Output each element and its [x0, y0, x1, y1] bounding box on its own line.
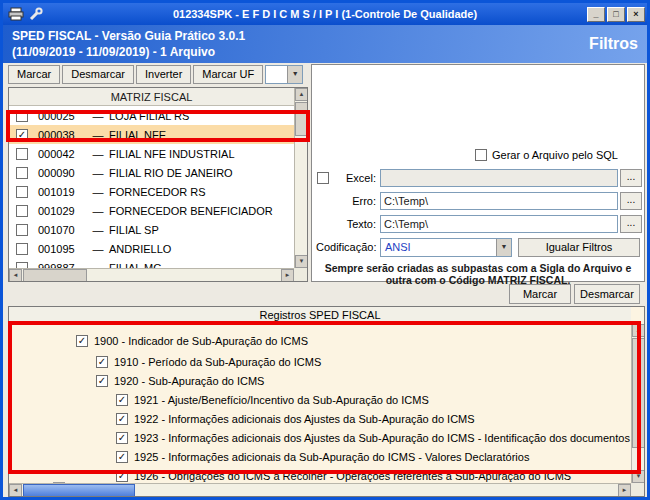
app-window: 012334SPK - E F D I C M S / I P I (1-Con…: [0, 0, 650, 500]
registros-horizontal-scrollbar[interactable]: ◄ ►: [9, 483, 631, 496]
printer-icon[interactable]: [8, 7, 24, 21]
list-item[interactable]: 001095—ANDRIELLO: [9, 239, 294, 258]
codificacao-value: ANSI: [385, 241, 411, 253]
row-separator: —: [90, 224, 106, 236]
row-code: 000038: [38, 129, 90, 141]
excel-browse-button[interactable]: ...: [620, 169, 642, 187]
scroll-up-icon[interactable]: ▲: [295, 88, 308, 101]
registros-header: Registros SPED FISCAL: [9, 307, 631, 324]
igualar-filtros-button[interactable]: Igualar Filtros: [518, 238, 640, 257]
list-item[interactable]: 000025—LOJA FILIAL RS: [9, 106, 294, 125]
list-item[interactable]: 999887—FILIAL MG: [9, 258, 294, 268]
tree-item[interactable]: ✓1920 - Sub-Apuração do ICMS: [96, 372, 264, 390]
scroll-right-icon[interactable]: ►: [618, 484, 631, 497]
row-name: FORNECEDOR BENEFICIADOR: [109, 205, 273, 217]
tree-checkbox[interactable]: ✓: [96, 375, 108, 387]
registros-vertical-scrollbar[interactable]: ▲ ▼: [631, 324, 644, 483]
scroll-down-icon[interactable]: ▼: [632, 470, 645, 483]
tree-checkbox[interactable]: ✓: [116, 432, 128, 444]
scroll-left-icon[interactable]: ◄: [9, 484, 22, 497]
matriz-horizontal-scrollbar[interactable]: ◄ ►: [9, 268, 294, 281]
row-name: FILIAL NFE: [109, 129, 166, 141]
marcar-button[interactable]: Marcar: [509, 284, 571, 304]
row-checkbox[interactable]: [16, 205, 28, 217]
tree-item-label: 1925 - Informações adicionais da Sub-Apu…: [134, 451, 529, 463]
excel-label: Excel:: [316, 172, 376, 184]
gerar-sql-checkbox[interactable]: [475, 149, 487, 161]
row-separator: —: [90, 148, 106, 160]
wrench-icon[interactable]: [28, 7, 44, 21]
row-checkbox[interactable]: [16, 243, 28, 255]
row-checkbox[interactable]: [16, 186, 28, 198]
codificacao-select[interactable]: ANSI ▼: [380, 238, 512, 257]
erro-label: Erro:: [316, 195, 376, 207]
texto-path-input[interactable]: [380, 215, 618, 233]
uf-combobox[interactable]: ▼: [265, 65, 303, 84]
row-checkbox[interactable]: ✓: [16, 129, 28, 141]
list-item[interactable]: ✓000038—FILIAL NFE: [9, 125, 294, 144]
matriz-fiscal-panel: MATRIZ FISCAL 000025—LOJA FILIAL RS✓0000…: [8, 87, 308, 282]
scroll-down-icon[interactable]: ▼: [295, 255, 308, 268]
row-name: FILIAL SP: [109, 224, 159, 236]
tree-item-label: 1923 - Informações adicionais dos Ajuste…: [134, 432, 631, 444]
erro-row: Erro: ...: [316, 192, 640, 211]
scroll-right-icon[interactable]: ►: [281, 269, 294, 282]
registros-hscroll-thumb[interactable]: [23, 484, 135, 497]
row-name: LOJA FILIAL RS: [109, 110, 189, 122]
list-item[interactable]: 000090—FILIAL RIO DE JANEIRO: [9, 163, 294, 182]
marcar-uf-toolbar-button[interactable]: Marcar UF: [193, 65, 263, 84]
scroll-left-icon[interactable]: ◄: [9, 269, 22, 282]
row-code: 000090: [38, 167, 90, 179]
chevron-down-icon[interactable]: ▼: [496, 239, 511, 256]
row-checkbox[interactable]: [16, 224, 28, 236]
matriz-hscroll-thumb[interactable]: [23, 269, 87, 282]
tree-item[interactable]: ✓1921 - Ajuste/Benefício/Incentivo da Su…: [116, 391, 429, 409]
tree-item[interactable]: ✓1900 - Indicador de Sub-Apuração do ICM…: [76, 332, 308, 350]
list-item[interactable]: 001019—FORNECEDOR RS: [9, 182, 294, 201]
tree-checkbox[interactable]: ✓: [116, 394, 128, 406]
list-item[interactable]: 000042—FILIAL NFE INDUSTRIAL: [9, 144, 294, 163]
erro-path-input[interactable]: [380, 192, 618, 210]
inverter-toolbar-button[interactable]: Inverter: [136, 65, 191, 84]
list-item[interactable]: 001029—FORNECEDOR BENEFICIADOR: [9, 201, 294, 220]
tree-checkbox[interactable]: ✓: [116, 413, 128, 425]
tree-item[interactable]: ✓1923 - Informações adicionais dos Ajust…: [116, 429, 631, 447]
window-controls: _ □ ×: [587, 7, 645, 22]
tree-checkbox[interactable]: ✓: [76, 335, 88, 347]
close-button[interactable]: ×: [627, 7, 645, 22]
header-title-line1: SPED FISCAL - Versão Guia Prático 3.0.1: [12, 28, 245, 44]
row-checkbox[interactable]: [16, 110, 28, 122]
window-title: 012334SPK - E F D I C M S / I P I (1-Con…: [73, 8, 577, 20]
texto-browse-button[interactable]: ...: [620, 215, 642, 233]
row-separator: —: [90, 110, 106, 122]
marcar-toolbar-button[interactable]: Marcar: [8, 65, 60, 84]
scrollbar-corner: [294, 268, 307, 281]
row-code: 000042: [38, 148, 90, 160]
matriz-vertical-scrollbar[interactable]: ▲ ▼: [294, 88, 307, 268]
filters-panel: Gerar o Arquivo pelo SQL Excel: ... Erro…: [311, 64, 645, 282]
row-checkbox[interactable]: [16, 167, 28, 179]
row-name: FILIAL RIO DE JANEIRO: [109, 167, 233, 179]
row-separator: —: [90, 205, 106, 217]
registros-panel: Registros SPED FISCAL ✓1900 - Indicador …: [8, 306, 645, 497]
excel-path-input[interactable]: [380, 169, 618, 187]
registros-vscroll-thumb[interactable]: [632, 338, 645, 448]
minimize-button[interactable]: _: [587, 7, 605, 22]
tree-item[interactable]: ✓1910 - Período da Sub-Apuração do ICMS: [96, 353, 321, 371]
tree-item[interactable]: ✓1925 - Informações adicionais da Sub-Ap…: [116, 448, 529, 466]
desmarcar-toolbar-button[interactable]: Desmarcar: [62, 65, 134, 84]
tree-checkbox[interactable]: ✓: [116, 451, 128, 463]
matriz-vscroll-thumb[interactable]: [295, 102, 308, 136]
erro-browse-button[interactable]: ...: [620, 192, 642, 210]
chevron-down-icon[interactable]: ▼: [287, 66, 302, 83]
maximize-button[interactable]: □: [607, 7, 625, 22]
tree-item[interactable]: ✓1922 - Informações adicionais dos Ajust…: [116, 410, 475, 428]
title-bar: 012334SPK - E F D I C M S / I P I (1-Con…: [3, 3, 647, 25]
tree-checkbox[interactable]: ✓: [96, 356, 108, 368]
tree-item-label: 1922 - Informações adicionais dos Ajuste…: [134, 413, 475, 425]
list-item[interactable]: 001070—FILIAL SP: [9, 220, 294, 239]
scroll-up-icon[interactable]: ▲: [632, 324, 645, 337]
row-name: FILIAL NFE INDUSTRIAL: [109, 148, 235, 160]
row-checkbox[interactable]: [16, 148, 28, 160]
desmarcar-button[interactable]: Desmarcar: [574, 284, 640, 304]
